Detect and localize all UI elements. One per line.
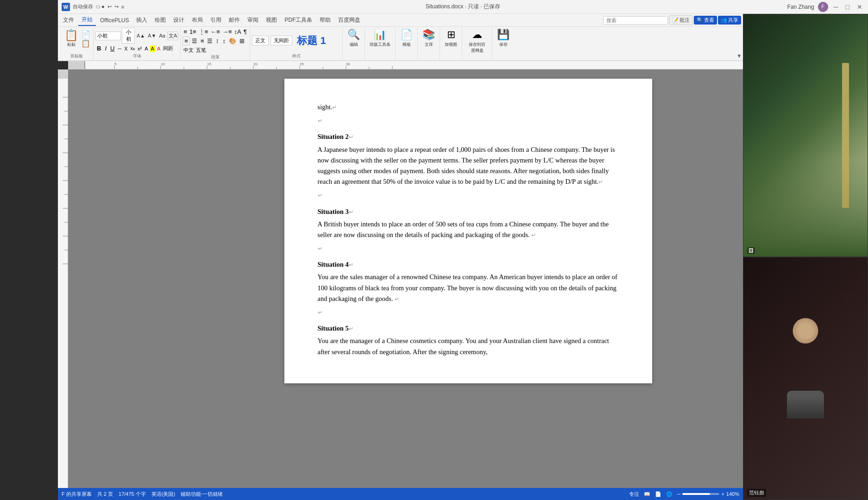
show-marks-btn[interactable]: ¶ [243, 28, 248, 36]
accessibility-status: 辅助功能·一切就绪 [181, 491, 223, 498]
shared-status: F 的共享屏幕 [62, 491, 92, 498]
clipboard-options-btn[interactable]: 📋 [81, 39, 90, 48]
save-group: 💾 保存 [492, 28, 514, 59]
zoom-out-btn[interactable]: ─ [677, 491, 681, 497]
svg-text:10: 10 [161, 62, 165, 66]
chinese-punc-btn[interactable]: 中文 [182, 46, 195, 54]
edit-btn[interactable]: 🔍 编辑 [346, 28, 362, 49]
comment-btn[interactable]: 📝 批注 [669, 15, 693, 25]
column-btn[interactable]: ⫶ [214, 37, 220, 45]
align-center-btn[interactable]: ☰ [190, 37, 199, 45]
font-color-btn[interactable]: A [156, 45, 161, 52]
view-print-btn[interactable]: 📄 [655, 491, 661, 497]
style-normal-btn[interactable]: 正文 [252, 36, 269, 45]
list-ordered-btn[interactable]: 1≡ [189, 28, 197, 36]
lookup-btn[interactable]: 🔍 查看 [694, 16, 717, 25]
autosave-toggle[interactable]: ⬭ ● [96, 4, 105, 10]
tab-draw[interactable]: 绘图 [151, 15, 169, 25]
tab-insert[interactable]: 插入 [133, 15, 151, 25]
copy-format-btn[interactable]: 📄 [81, 30, 90, 38]
font-options-btn[interactable]: 文A [167, 31, 178, 40]
blank-line-3: ↵ [318, 243, 619, 254]
tab-home[interactable]: 开始 [78, 14, 96, 26]
strikethrough2-btn[interactable]: X [123, 45, 128, 52]
quick-access[interactable]: ≡ [121, 4, 124, 10]
align-right-btn[interactable]: ≡ [199, 37, 206, 45]
view-web-btn[interactable]: 🌐 [666, 491, 673, 497]
svg-rect-1 [84, 61, 85, 69]
font-name-selector[interactable]: 小初 [95, 31, 121, 40]
blank-line-4: ↵ [318, 307, 619, 318]
share-btn[interactable]: 👥 共享 [718, 16, 741, 25]
paste-group: 📋 粘贴 📄 📋 剪贴板 [60, 28, 94, 59]
focus-btn[interactable]: 专注 [629, 491, 639, 498]
ribbon-expand-btn[interactable]: ▼ [736, 53, 742, 59]
tab-layout[interactable]: 布局 [189, 15, 206, 25]
video-top-icon: 🖼 [747, 247, 755, 254]
sort-btn[interactable]: ↕A [233, 28, 242, 36]
library-btn[interactable]: 📚 文库 [421, 28, 437, 49]
justify-btn[interactable]: ☰ [206, 37, 214, 45]
tab-references[interactable]: 引用 [207, 15, 225, 25]
italic-btn[interactable]: I [103, 44, 108, 52]
bold-btn[interactable]: B [95, 44, 102, 52]
redo-btn[interactable]: ↪ [114, 4, 119, 10]
document-title: Situations.docx · 只读 · 已保存 [426, 3, 500, 11]
add-view-btn[interactable]: ⊞ 加视图 [443, 28, 459, 49]
tab-design[interactable]: 设计 [170, 15, 188, 25]
indent-decrease-btn[interactable]: ←≡ [209, 28, 221, 36]
situation-4-heading: Situation 4↵ [318, 259, 619, 270]
highlight-btn[interactable]: A [150, 45, 155, 52]
paste-btn[interactable]: 📋 粘贴 [63, 28, 80, 49]
tab-officeplus[interactable]: OfficePLUS [97, 16, 132, 25]
wubi-btn[interactable]: 五笔 [195, 46, 207, 54]
search-input[interactable] [603, 16, 668, 25]
fill-color-btn[interactable]: 🎨 [227, 37, 238, 45]
text-effect-btn[interactable]: A [144, 45, 149, 52]
view-read-btn[interactable]: 📖 [644, 491, 650, 497]
video-panels: 🖼 范钰彪 [743, 14, 868, 500]
align-left-btn[interactable]: ≡ [182, 37, 190, 45]
tab-view[interactable]: 视图 [263, 15, 280, 25]
font-size-increase-btn[interactable]: A▲ [136, 32, 146, 39]
document-content: sight.↵ ↵ Situation 2↵ A Japanese buyer … [318, 102, 619, 357]
sort-tool-btn[interactable]: 📊 排版工具条 [368, 28, 392, 49]
close-btn[interactable]: ✕ [855, 3, 864, 11]
minimize-btn[interactable]: ─ [832, 3, 840, 11]
line-spacing-btn[interactable]: ↕ [221, 37, 227, 45]
tab-pdf[interactable]: PDF工具条 [281, 15, 315, 25]
tab-file[interactable]: 文件 [60, 15, 77, 25]
superscript-btn[interactable]: x² [137, 45, 143, 52]
svg-text:20: 20 [253, 62, 258, 66]
clear-format-btn[interactable]: Aa [158, 32, 166, 39]
save-btn[interactable]: 💾 保存 [495, 28, 511, 49]
style-heading1-btn[interactable]: 标题 1 [294, 33, 328, 49]
page-count: 共 2 页 [97, 491, 113, 498]
zoom-slider[interactable] [682, 493, 719, 495]
subscript-btn[interactable]: x₂ [130, 45, 136, 52]
save-baidu-btn[interactable]: ☁ 保存到百度网盘 [465, 28, 489, 55]
font-size-selector[interactable]: 小初 [122, 28, 135, 44]
svg-rect-0 [68, 61, 84, 69]
indent-increase-btn[interactable]: →≡ [221, 28, 233, 36]
list-multilevel-btn[interactable]: ⋮≡ [198, 28, 209, 36]
video-panel-bottom: 范钰彪 [743, 257, 868, 500]
ribbon-content: 📋 粘贴 📄 📋 剪贴板 小初 小初 A▲ A▼ Aa 文A B I U ─ X… [58, 27, 743, 61]
tab-review[interactable]: 审阅 [244, 15, 262, 25]
strikethrough-btn[interactable]: ─ [117, 45, 122, 52]
font-size-decrease-btn[interactable]: A▼ [147, 32, 157, 39]
list-unordered-btn[interactable]: ≡ [182, 28, 188, 36]
zoom-in-btn[interactable]: + [721, 491, 724, 497]
tab-baidu[interactable]: 百度网盘 [335, 15, 364, 25]
char-spacing-btn[interactable]: 间距 [162, 44, 174, 52]
style-no-gap-btn[interactable]: 无间距 [270, 36, 292, 45]
template-btn[interactable]: 📄 模板 [398, 28, 415, 49]
tab-mailings[interactable]: 邮件 [226, 15, 243, 25]
border-btn[interactable]: ⊞ [238, 37, 246, 45]
ribbon-tabs-row: 文件 开始 OfficePLUS 插入 绘图 设计 布局 引用 邮件 审阅 视图… [58, 14, 743, 27]
tab-help[interactable]: 帮助 [316, 15, 334, 25]
restore-btn[interactable]: □ [844, 3, 851, 11]
undo-btn[interactable]: ↩ [107, 4, 112, 10]
blank-line-2: ↵ [318, 190, 619, 200]
underline-btn[interactable]: U [109, 44, 116, 52]
